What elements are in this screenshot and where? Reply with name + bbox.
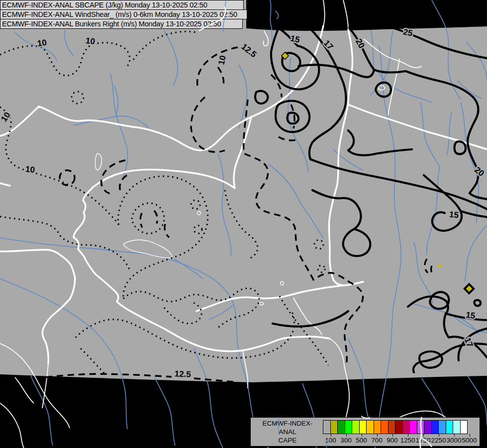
colorbar-cell (395, 420, 403, 434)
contour-label: 10 (25, 164, 35, 175)
title-line-sbcape: ECMWF-INDEX-ANAL SBCAPE (J/kg) Monday 13… (0, 0, 244, 10)
legend-colorbar: 10030050070090012501750225030005000 (323, 420, 478, 443)
weather-map: 101010101012.512.51515151717202025 (0, 0, 487, 448)
colorbar-cell (359, 420, 367, 434)
title-line-bunkers: ECMWF-INDEX-ANAL Bunkers Right (m/s) Mon… (0, 19, 243, 29)
colorbar-cell (417, 420, 425, 434)
title-line-windshear: ECMWF-INDEX-ANAL WindShear_ (m/s) 0-6km … (0, 9, 247, 19)
contour-label: 15 (449, 210, 459, 220)
contour-label: 15 (290, 33, 300, 45)
colorbar-cell (366, 420, 374, 434)
contour-label: 12.5 (174, 369, 191, 379)
contour-label: 10 (85, 36, 96, 46)
contour-label: 15 (465, 310, 476, 321)
colorbar-cell (460, 420, 468, 434)
weather-map-page: 101010101012.512.51515151717202025 ECMWF… (0, 0, 487, 448)
colorbar-cell (409, 420, 417, 434)
contour-label: 10 (37, 38, 47, 48)
colorbar-cells (323, 420, 478, 434)
cape-legend: ECMWF-INDEX-ANAL CAPE J/kg 1003005007009… (250, 417, 480, 447)
legend-parameter: CAPE (254, 436, 321, 445)
colorbar-cell (337, 420, 345, 434)
colorbar-cell (431, 420, 439, 434)
legend-title: ECMWF-INDEX-ANAL (254, 419, 321, 436)
contour-label: 10 (216, 55, 228, 66)
legend-units: J/kg (254, 445, 321, 448)
colorbar-cell (402, 420, 410, 434)
colorbar-cell (381, 420, 389, 434)
colorbar-cell (330, 420, 338, 434)
colorbar-cell (352, 420, 360, 434)
colorbar-cell (446, 420, 454, 434)
colorbar-cell (374, 420, 382, 434)
legend-text: ECMWF-INDEX-ANAL CAPE J/kg (254, 419, 321, 448)
contour-label: 25 (402, 27, 413, 38)
colorbar-cell (323, 420, 331, 434)
cape-marker-square (439, 264, 442, 267)
colorbar-tick-label: 5000 (458, 437, 481, 444)
colorbar-cell (453, 420, 461, 434)
colorbar-cell (388, 420, 396, 434)
colorbar-cell (438, 420, 446, 434)
colorbar-cell (345, 420, 353, 434)
colorbar-cell (424, 420, 432, 434)
